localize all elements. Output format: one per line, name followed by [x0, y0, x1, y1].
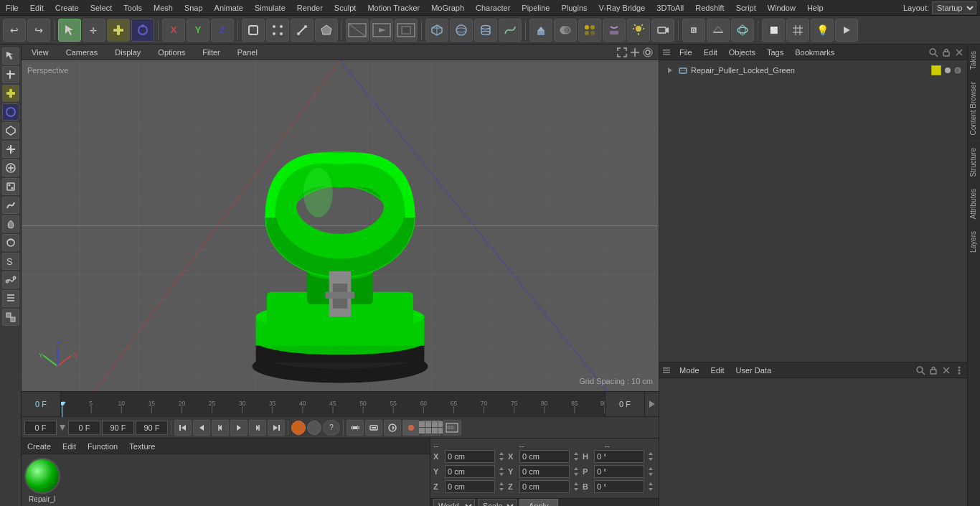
menu-character[interactable]: Character	[470, 1, 516, 14]
object-mode-button[interactable]	[242, 19, 265, 42]
undo-button[interactable]: ↩	[3, 19, 26, 42]
light-button[interactable]	[627, 19, 650, 42]
z-pos-drag[interactable]	[496, 482, 507, 492]
viewport-move-icon[interactable]	[630, 47, 640, 57]
viewport-settings-icon[interactable]	[643, 47, 653, 57]
side-tab-structure[interactable]: Structure	[968, 141, 980, 183]
left-tool-5[interactable]	[2, 122, 19, 139]
camera-button[interactable]	[651, 19, 674, 42]
jump-to-start-button[interactable]	[174, 420, 192, 436]
left-tool-15[interactable]	[2, 309, 19, 326]
boole-button[interactable]	[554, 19, 577, 42]
spline-button[interactable]	[499, 19, 522, 42]
world-object-dropdown[interactable]: World Object	[433, 499, 475, 506]
extrude-button[interactable]	[529, 19, 552, 42]
display-menu[interactable]: Display	[110, 47, 145, 58]
menu-pipeline[interactable]: Pipeline	[516, 1, 555, 14]
y-pos-drag[interactable]	[496, 467, 507, 477]
left-tool-4[interactable]	[2, 103, 19, 121]
menu-help[interactable]: Help	[801, 1, 829, 14]
attr-edit-menu[interactable]: Edit	[708, 365, 727, 376]
left-tool-14[interactable]	[2, 290, 19, 307]
menu-mograph[interactable]: MoGraph	[425, 1, 470, 14]
material-item[interactable]: Repair_I	[24, 458, 60, 503]
cameras-menu[interactable]: Cameras	[62, 47, 103, 58]
key-button[interactable]	[365, 420, 382, 436]
mat-create-menu[interactable]: Create	[24, 441, 54, 452]
menu-vray[interactable]: V-Ray Bridge	[593, 1, 651, 14]
move-anim-button[interactable]	[347, 420, 364, 436]
menu-motion-tracker[interactable]: Motion Tracker	[362, 1, 425, 14]
om-search-icon[interactable]	[928, 47, 938, 57]
b-drag[interactable]	[646, 482, 656, 492]
frame-start-input[interactable]	[68, 421, 100, 435]
left-tool-1[interactable]	[2, 47, 19, 65]
menu-create[interactable]: Create	[50, 1, 85, 14]
3d-viewport[interactable]: Perspective X Y Z Grid Spacing : 10 cm	[22, 60, 659, 391]
menu-redshift[interactable]: Redshift	[689, 1, 730, 14]
menu-3dto[interactable]: 3DToAll	[651, 1, 689, 14]
coord-x-size[interactable]	[519, 450, 570, 463]
left-tool-11[interactable]	[2, 234, 19, 251]
floor-button[interactable]	[707, 19, 730, 42]
material-ball[interactable]	[24, 458, 60, 494]
timeline-ruler[interactable]: 0 5 10 15 20 25 30 35 40	[61, 392, 605, 417]
y-axis-button[interactable]: Y	[187, 19, 209, 42]
menu-window[interactable]: Window	[762, 1, 801, 14]
options-menu[interactable]: Options	[154, 47, 189, 58]
coord-y-pos[interactable]	[445, 465, 495, 478]
select-tool-button[interactable]	[58, 19, 81, 42]
left-tool-12[interactable]: S	[2, 253, 19, 270]
left-tool-10[interactable]	[2, 215, 19, 233]
z-axis-button[interactable]: Z	[211, 19, 234, 42]
coord-z-pos[interactable]	[445, 480, 495, 493]
om-objects-menu[interactable]: Objects	[726, 47, 758, 58]
loop-button[interactable]	[384, 420, 401, 436]
menu-mesh[interactable]: Mesh	[148, 1, 179, 14]
deformer-button[interactable]	[603, 19, 626, 42]
timeline-view-button[interactable]	[443, 420, 461, 436]
menu-plugins[interactable]: Plugins	[555, 1, 593, 14]
poly-mode-button[interactable]	[315, 19, 338, 42]
play-forward-button[interactable]	[230, 420, 248, 436]
left-tool-3[interactable]	[2, 85, 19, 102]
attr-lock-icon[interactable]	[928, 365, 938, 375]
tree-item-repair[interactable]: Repair_Puller_Locked_Green	[662, 63, 964, 78]
record2-button[interactable]	[402, 420, 420, 436]
snap-button[interactable]: 🔲	[762, 19, 785, 42]
object-dot2[interactable]	[954, 67, 961, 74]
timeline-end-btn[interactable]	[644, 392, 659, 416]
side-tab-attributes[interactable]: Attributes	[968, 182, 980, 225]
side-tab-layers[interactable]: Layers	[968, 225, 980, 258]
frame-end-input-2[interactable]	[136, 421, 168, 435]
mat-function-menu[interactable]: Function	[85, 441, 121, 452]
menu-snap[interactable]: Snap	[179, 1, 209, 14]
render-to-po-button[interactable]	[370, 19, 393, 42]
tree-collapse-icon[interactable]	[665, 65, 675, 75]
edge-mode-button[interactable]	[291, 19, 314, 42]
realtime-button[interactable]: 💡	[811, 19, 834, 42]
mograph-button[interactable]	[578, 19, 601, 42]
jump-to-end-button[interactable]	[268, 420, 285, 436]
frame-current-input[interactable]	[24, 421, 57, 435]
redo-button[interactable]: ↩	[27, 19, 50, 42]
coord-h[interactable]	[594, 450, 644, 463]
om-close-icon[interactable]	[954, 47, 964, 57]
menu-tools[interactable]: Tools	[118, 1, 148, 14]
menu-simulate[interactable]: Simulate	[249, 1, 291, 14]
side-tab-content-browser[interactable]: Content Browser	[968, 75, 980, 141]
panel-menu[interactable]: Panel	[233, 47, 262, 58]
object-color-indicator[interactable]	[931, 65, 941, 75]
filter-menu[interactable]: Filter	[198, 47, 224, 58]
rotate-tool-button[interactable]	[131, 19, 154, 42]
scale-dropdown[interactable]: Scale Size	[478, 499, 517, 506]
attr-search-icon[interactable]	[915, 365, 925, 375]
om-bookmarks-menu[interactable]: Bookmarks	[792, 47, 837, 58]
x-axis-button[interactable]: X	[162, 19, 185, 42]
mat-edit-menu[interactable]: Edit	[60, 441, 79, 452]
coord-x-pos[interactable]	[445, 450, 495, 463]
left-tool-9[interactable]	[2, 197, 19, 214]
render-region-button[interactable]	[346, 19, 369, 42]
om-tags-menu[interactable]: Tags	[764, 47, 786, 58]
grid-button[interactable]	[786, 19, 809, 42]
